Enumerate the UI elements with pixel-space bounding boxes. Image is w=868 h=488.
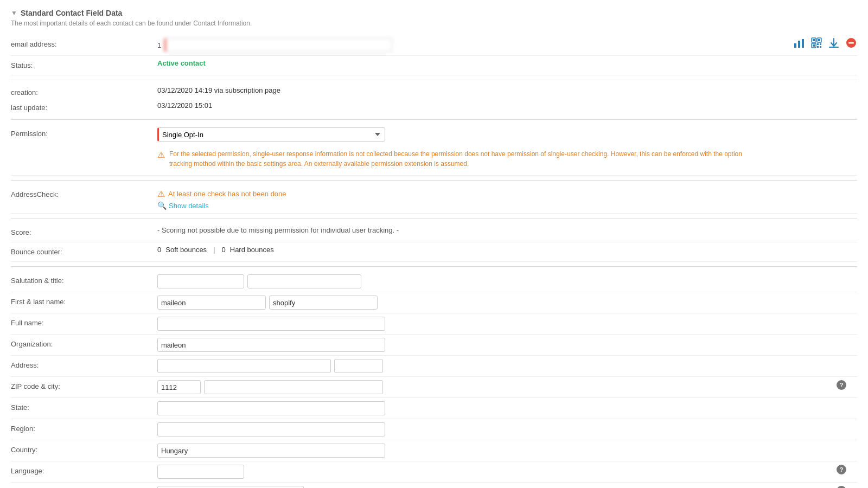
qr-icon[interactable]	[810, 37, 822, 49]
svg-rect-10	[820, 43, 821, 45]
email-row: email address: 1	[11, 35, 857, 56]
name-label: First & last name:	[11, 296, 157, 306]
section-subtitle: The most important details of each conta…	[11, 20, 857, 27]
state-input[interactable]	[157, 401, 385, 415]
email-number: 1	[157, 41, 161, 49]
score-value: - Scoring not possible due to missing pe…	[157, 226, 857, 234]
permission-value: Single Opt-In	[157, 127, 857, 142]
full-name-input[interactable]	[157, 317, 385, 331]
bounce-value: 0 Soft bounces | 0 Hard bounces	[157, 246, 857, 254]
section-title: ▼ Standard Contact Field Data	[11, 9, 857, 17]
address-street-input[interactable]	[157, 359, 331, 373]
stats-icon[interactable]	[793, 37, 805, 49]
soft-bounce-label: Soft bounces	[165, 246, 207, 254]
creation-value: 03/12/2020 14:19 via subscription page	[157, 86, 857, 94]
search-icon: 🔍	[157, 201, 167, 210]
full-name-value	[157, 317, 857, 331]
hard-bounce-label: Hard bounces	[230, 246, 274, 254]
organization-row: Organization:	[11, 335, 857, 356]
language-label: Language:	[11, 465, 157, 475]
address-warning-icon: ⚠	[157, 189, 165, 199]
email-value: 1	[157, 38, 857, 52]
svg-rect-0	[794, 43, 796, 48]
gender-label: Gender:	[11, 486, 157, 488]
soft-bounce-count: 0	[157, 246, 161, 254]
last-update-label: last update:	[11, 101, 157, 112]
address-row: Address:	[11, 356, 857, 377]
creation-row: creation: 03/12/2020 14:19 via subscript…	[11, 85, 857, 100]
permission-warning: ⚠ For the selected permission, single-us…	[157, 149, 766, 169]
download-icon[interactable]	[828, 37, 840, 49]
svg-rect-12	[820, 46, 821, 48]
gender-row: Gender: unknown male female other ?	[11, 483, 857, 488]
last-update-value: 03/12/2020 15:01	[157, 101, 857, 110]
svg-rect-8	[813, 44, 815, 47]
bounce-row: Bounce counter: 0 Soft bounces | 0 Hard …	[11, 242, 857, 262]
last-name-input[interactable]	[269, 296, 378, 310]
zip-input[interactable]	[157, 380, 201, 394]
permission-row: Permission: Single Opt-In ⚠ For the sele…	[11, 124, 857, 176]
address-check-label: AddressCheck:	[11, 188, 157, 198]
region-input[interactable]	[157, 422, 385, 436]
address-number-input[interactable]	[334, 359, 383, 373]
full-name-row: Full name:	[11, 313, 857, 335]
svg-rect-2	[802, 39, 804, 48]
title-input[interactable]	[247, 274, 361, 288]
address-check-row: AddressCheck: ⚠ At least one check has n…	[11, 185, 857, 214]
name-value	[157, 296, 857, 310]
svg-rect-14	[848, 42, 854, 44]
bounce-separator: |	[213, 246, 215, 254]
city-input[interactable]	[204, 380, 383, 394]
address-label: Address:	[11, 359, 157, 369]
language-row: Language: ?	[11, 461, 857, 483]
salutation-row: Salutation & title:	[11, 271, 857, 292]
gender-value: unknown male female other	[157, 486, 857, 488]
full-name-label: Full name:	[11, 317, 157, 327]
country-row: Country:	[11, 440, 857, 461]
region-value	[157, 422, 857, 436]
permission-warning-text: For the selected permission, single-user…	[169, 149, 766, 169]
first-name-input[interactable]	[157, 296, 266, 310]
zip-help-icon[interactable]: ?	[837, 380, 846, 390]
zip-city-value	[157, 380, 857, 394]
status-row: Status: Active contact	[11, 56, 857, 75]
email-label: email address:	[11, 38, 157, 48]
status-active-text: Active contact	[157, 59, 206, 67]
salutation-label: Salutation & title:	[11, 274, 157, 285]
organization-value	[157, 338, 857, 352]
region-row: Region:	[11, 419, 857, 440]
salutation-input[interactable]	[157, 274, 244, 288]
score-row: Score: - Scoring not possible due to mis…	[11, 223, 857, 242]
svg-rect-4	[813, 39, 815, 41]
state-value	[157, 401, 857, 415]
address-check-block: ⚠ At least one check has not been done 🔍…	[157, 188, 286, 210]
chevron-icon: ▼	[11, 9, 17, 17]
zip-city-row: ZIP code & city: ?	[11, 377, 857, 398]
language-input[interactable]	[157, 465, 244, 479]
toolbar	[793, 37, 857, 49]
creation-label: creation:	[11, 86, 157, 97]
organization-label: Organization:	[11, 338, 157, 348]
organization-input[interactable]	[157, 338, 385, 352]
country-input[interactable]	[157, 444, 385, 458]
country-label: Country:	[11, 444, 157, 454]
name-row: First & last name:	[11, 292, 857, 313]
delete-icon[interactable]	[845, 37, 857, 49]
score-text: - Scoring not possible due to missing pe…	[157, 226, 399, 234]
last-update-row: last update: 03/12/2020 15:01	[11, 100, 857, 115]
salutation-value	[157, 274, 857, 288]
country-value	[157, 444, 857, 458]
show-details-link[interactable]: 🔍 Show details	[157, 201, 286, 210]
state-row: State:	[11, 398, 857, 419]
gender-select[interactable]: unknown male female other	[157, 486, 304, 488]
address-warning: ⚠ At least one check has not been done	[157, 188, 286, 199]
status-label: Status:	[11, 59, 157, 69]
zip-city-label: ZIP code & city:	[11, 380, 157, 390]
language-value	[157, 465, 857, 479]
warning-icon: ⚠	[157, 150, 165, 160]
region-label: Region:	[11, 422, 157, 433]
permission-select[interactable]: Single Opt-In	[157, 127, 385, 142]
email-input[interactable]	[164, 38, 392, 52]
language-help-icon[interactable]: ?	[837, 465, 846, 474]
svg-rect-11	[817, 46, 819, 48]
